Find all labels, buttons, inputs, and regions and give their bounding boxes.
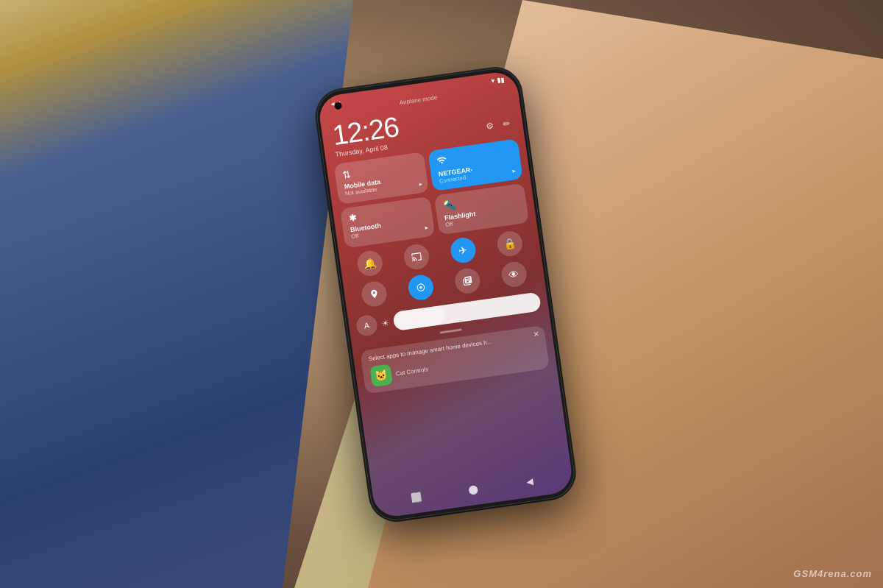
bluetooth-signal-indicator: ▸ xyxy=(425,224,428,230)
cast-button[interactable] xyxy=(403,242,430,270)
tile-flashlight[interactable]: 🔦 Flashlight Off xyxy=(434,183,529,235)
font-a-button[interactable]: A xyxy=(355,314,379,337)
battery-icon: ▮▮ xyxy=(497,76,505,84)
edit-icon[interactable]: ✏ xyxy=(500,117,513,130)
eye-comfort-button[interactable]: 👁 xyxy=(500,260,528,288)
lock-button[interactable]: 🔒 xyxy=(496,229,524,257)
brightness-fill xyxy=(392,305,446,331)
brightness-icon: ☀ xyxy=(380,317,390,328)
wifi-status-icon: ▾ xyxy=(491,77,495,85)
wifi-signal-indicator: ▸ xyxy=(513,167,517,174)
notif-close-button[interactable]: ✕ xyxy=(533,329,539,338)
watermark: GSM4rena.com xyxy=(793,568,872,579)
tile-signal-indicator: ▸ xyxy=(419,180,422,187)
cat-controls-icon: 🐱 xyxy=(369,364,393,387)
cat-controls-label: Cat Controls xyxy=(395,365,428,376)
time-icons: ⚙ ✏ xyxy=(483,117,514,137)
settings-icon[interactable]: ⚙ xyxy=(483,119,497,132)
nav-recents-button[interactable]: ⬜ xyxy=(409,489,424,504)
time-display: 12:26 Thursday, April 08 xyxy=(330,112,401,157)
nav-home-button[interactable]: ⬤ xyxy=(466,482,480,497)
airplane-mode-button[interactable]: ✈ xyxy=(449,235,477,263)
location-button[interactable] xyxy=(360,280,388,308)
bell-button[interactable]: 🔔 xyxy=(356,249,384,277)
nav-back-button[interactable]: ◀ xyxy=(522,474,536,489)
focus-button[interactable] xyxy=(407,273,435,301)
scroll-line xyxy=(440,328,462,333)
tile-bluetooth[interactable]: ✱ Bluetooth Off ▸ xyxy=(340,196,435,248)
svg-point-1 xyxy=(419,286,422,288)
screenshot-button[interactable] xyxy=(453,266,481,294)
status-right: ▾ ▮▮ xyxy=(491,76,505,85)
